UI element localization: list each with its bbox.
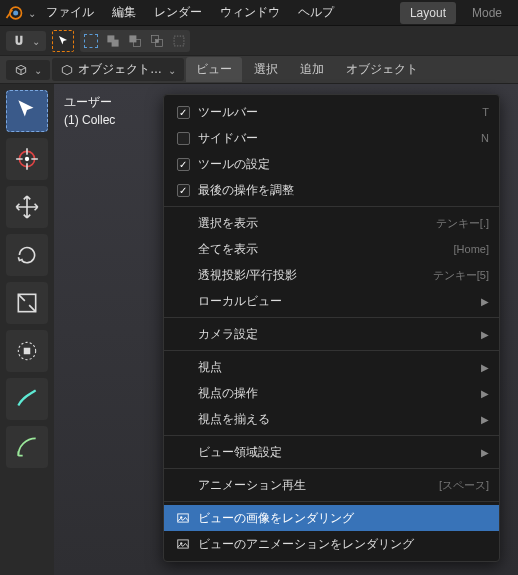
menu-item[interactable]: カメラ設定▶ (164, 321, 499, 347)
chevron-down-icon (32, 63, 42, 77)
menu-item[interactable]: 透視投影/平行投影テンキー[5] (164, 262, 499, 288)
header-menu-view[interactable]: ビュー (186, 57, 242, 82)
menu-item-label: ツールの設定 (198, 156, 489, 173)
menu-separator (164, 501, 499, 502)
render-image-icon (174, 537, 192, 551)
mode-label: オブジェクト… (78, 61, 162, 78)
tool-transform[interactable] (6, 330, 48, 372)
menu-item[interactable]: ビュー領域設定▶ (164, 439, 499, 465)
menu-item[interactable]: 最後の操作を調整 (164, 177, 499, 203)
render-image-icon (174, 511, 192, 525)
menu-separator (164, 350, 499, 351)
menu-edit[interactable]: 編集 (104, 0, 144, 25)
chevron-down-icon (166, 63, 176, 77)
menu-item-label: ビュー領域設定 (198, 444, 475, 461)
submenu-arrow-icon: ▶ (481, 362, 489, 373)
menu-item-label: カメラ設定 (198, 326, 475, 343)
tool-measure[interactable] (6, 426, 48, 468)
menu-item[interactable]: 視点▶ (164, 354, 499, 380)
header-menu-add[interactable]: 追加 (290, 57, 334, 82)
top-menu-bar: ファイル 編集 レンダー ウィンドウ ヘルプ Layout Mode (0, 0, 518, 26)
menu-item[interactable]: アニメーション再生[スペース] (164, 472, 499, 498)
select-new-button[interactable] (80, 30, 102, 52)
menu-item[interactable]: 視点の操作▶ (164, 380, 499, 406)
object-mode-icon (60, 63, 74, 77)
menu-item-label: 視点の操作 (198, 385, 475, 402)
menu-item-label: アニメーション再生 (198, 477, 439, 494)
menu-item-shortcut: [スペース] (439, 478, 489, 493)
menu-item[interactable]: ビューの画像をレンダリング (164, 505, 499, 531)
menu-separator (164, 468, 499, 469)
menu-help[interactable]: ヘルプ (290, 0, 342, 25)
cube-wire-icon (14, 63, 28, 77)
menu-item[interactable]: ビューのアニメーションをレンダリング (164, 531, 499, 557)
checkbox-icon (174, 106, 192, 119)
menu-item-shortcut: [Home] (454, 243, 489, 255)
select-intersect-button[interactable] (146, 30, 168, 52)
menu-item-label: ビューのアニメーションをレンダリング (198, 536, 489, 553)
menu-item[interactable]: 視点を揃える▶ (164, 406, 499, 432)
menu-item-label: 透視投影/平行投影 (198, 267, 433, 284)
view-menu-dropdown: ツールバーTサイドバーNツールの設定最後の操作を調整選択を表示テンキー[.]全て… (163, 94, 500, 562)
header-menu-object[interactable]: オブジェクト (336, 57, 428, 82)
chevron-down-icon (30, 34, 40, 48)
tool-annotate[interactable] (6, 378, 48, 420)
menu-render[interactable]: レンダー (146, 0, 210, 25)
submenu-arrow-icon: ▶ (481, 388, 489, 399)
editor-type-dropdown[interactable] (6, 60, 50, 80)
logo-dropdown-icon[interactable] (26, 6, 36, 20)
menu-item-label: ローカルビュー (198, 293, 475, 310)
header-menu-select[interactable]: 選択 (244, 57, 288, 82)
menu-item-label: 最後の操作を調整 (198, 182, 489, 199)
menu-item[interactable]: 選択を表示テンキー[.] (164, 210, 499, 236)
checkbox-icon (174, 132, 192, 145)
submenu-arrow-icon: ▶ (481, 447, 489, 458)
blender-logo-icon[interactable] (4, 3, 24, 23)
menu-item-label: ツールバー (198, 104, 482, 121)
svg-rect-14 (24, 348, 31, 355)
tool-rotate[interactable] (6, 234, 48, 276)
select-extend-button[interactable] (102, 30, 124, 52)
selection-mode-group (80, 30, 190, 52)
menu-window[interactable]: ウィンドウ (212, 0, 288, 25)
menu-item-label: 視点を揃える (198, 411, 475, 428)
submenu-arrow-icon: ▶ (481, 329, 489, 340)
tool-move[interactable] (6, 186, 48, 228)
menu-item[interactable]: ツールの設定 (164, 151, 499, 177)
menu-item-label: サイドバー (198, 130, 481, 147)
checkbox-icon (174, 184, 192, 197)
menu-separator (164, 435, 499, 436)
viewport-header: オブジェクト… ビュー 選択 追加 オブジェクト (0, 56, 518, 84)
tool-settings-bar (0, 26, 518, 56)
menu-item-shortcut: N (481, 132, 489, 144)
svg-rect-9 (174, 36, 184, 46)
menu-item[interactable]: ローカルビュー▶ (164, 288, 499, 314)
tool-select-box[interactable] (6, 90, 48, 132)
toolbar-left (0, 84, 54, 575)
menu-file[interactable]: ファイル (38, 0, 102, 25)
magnet-icon (12, 34, 26, 48)
menu-item[interactable]: ツールバーT (164, 99, 499, 125)
select-subtract-button[interactable] (124, 30, 146, 52)
menu-item-label: 全てを表示 (198, 241, 454, 258)
checkbox-icon (174, 158, 192, 171)
workspace-tab-layout[interactable]: Layout (400, 2, 456, 24)
select-tool-indicator[interactable] (52, 30, 74, 52)
menu-item-label: ビューの画像をレンダリング (198, 510, 489, 527)
workspace-tab-mode[interactable]: Mode (462, 2, 512, 24)
submenu-arrow-icon: ▶ (481, 414, 489, 425)
menu-item-shortcut: テンキー[.] (436, 216, 489, 231)
select-invert-button[interactable] (168, 30, 190, 52)
svg-rect-3 (112, 39, 119, 46)
menu-separator (164, 206, 499, 207)
tool-scale[interactable] (6, 282, 48, 324)
svg-rect-4 (129, 35, 136, 42)
svg-rect-8 (156, 39, 159, 42)
tool-cursor[interactable] (6, 138, 48, 180)
menu-item[interactable]: 全てを表示[Home] (164, 236, 499, 262)
menu-item-label: 選択を表示 (198, 215, 436, 232)
interaction-mode-dropdown[interactable] (6, 31, 46, 51)
object-mode-dropdown[interactable]: オブジェクト… (52, 58, 184, 81)
menu-item[interactable]: サイドバーN (164, 125, 499, 151)
cursor-icon (57, 35, 69, 47)
